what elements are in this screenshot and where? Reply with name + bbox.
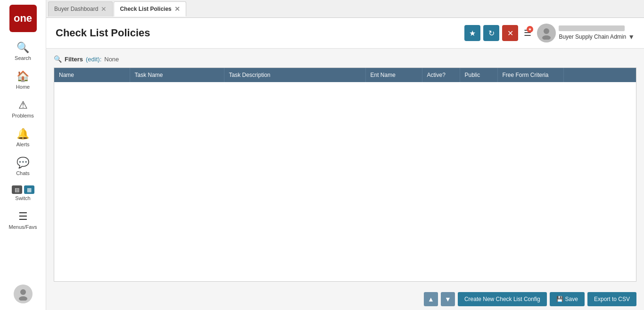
filter-icon: 🔍 [54,55,62,63]
col-public: Public [460,68,497,82]
tab-check-list-policies-label: Check List Policies [120,6,171,12]
sidebar-item-alerts[interactable]: 🔔 Alerts [0,123,46,152]
save-button[interactable]: 💾 Save [550,292,585,306]
app-logo[interactable]: one [9,5,37,32]
user-name-bar [559,25,625,31]
tab-check-list-policies-close[interactable]: ✕ [174,5,180,13]
user-section: Buyer Supply Chain Admin ▼ [537,24,635,42]
filters-row: 🔍 Filters (edit): None [54,55,636,63]
sidebar-item-switch[interactable]: ▤ ▦ Switch [0,181,46,206]
sidebar-item-avatar[interactable] [0,280,46,310]
toolbar-buttons: ★ ↻ ✕ [464,25,518,41]
warning-icon: ⚠ [18,99,28,111]
user-dropdown[interactable]: Buyer Supply Chain Admin ▼ [559,25,635,41]
col-active: Active? [422,68,460,82]
col-task-description: Task Description [224,68,365,82]
home-icon: 🏠 [17,70,29,83]
notification-badge: ★ [527,26,533,33]
sidebar-label-menusfavs: Menus/Favs [9,224,37,230]
tab-buyer-dashboard[interactable]: Buyer Dashboard ✕ [48,1,113,17]
table-header-row: Name Task Name Task Description Ent Name… [54,68,636,82]
col-task-name: Task Name [130,68,224,82]
tabs-bar: Buyer Dashboard ✕ Check List Policies ✕ [46,0,644,18]
col-free-form-criteria: Free Form Criteria [497,68,563,82]
svg-point-3 [542,35,551,40]
sidebar-label-alerts: Alerts [16,142,29,147]
search-icon: 🔍 [17,42,29,54]
menu-button[interactable]: ☰ ★ [524,28,531,38]
sidebar-label-home: Home [16,84,30,90]
create-new-button[interactable]: Create New Check List Config [458,292,547,306]
svg-point-1 [19,296,27,301]
sidebar: one 🔍 Search 🏠 Home ⚠ Problems 🔔 Alerts … [0,0,46,310]
switch-icons: ▤ ▦ [12,185,34,194]
svg-point-2 [544,28,549,34]
sidebar-label-chats: Chats [16,170,30,176]
switch-icon-left: ▤ [12,185,22,194]
user-name: Buyer Supply Chain Admin ▼ [559,33,635,41]
col-ent-name: Ent Name [365,68,422,82]
star-icon: ★ [469,29,476,38]
sidebar-label-search: Search [15,55,31,61]
page-header: Check List Policies ★ ↻ ✕ ☰ ★ [46,18,644,49]
filters-label: Filters [65,56,83,63]
tab-buyer-dashboard-label: Buyer Dashboard [54,6,98,12]
col-actions [563,68,636,82]
tab-buyer-dashboard-close[interactable]: ✕ [101,5,107,13]
move-down-button[interactable]: ▼ [441,292,455,306]
content-area: Check List Policies ★ ↻ ✕ ☰ ★ [46,18,644,310]
export-button[interactable]: Export to CSV [587,292,636,306]
menu-icon: ☰ [18,210,28,223]
close-icon: ✕ [507,29,513,38]
close-button[interactable]: ✕ [502,25,518,41]
sidebar-item-search[interactable]: 🔍 Search [0,37,46,66]
favorite-button[interactable]: ★ [464,25,480,41]
down-arrow-icon: ▼ [445,295,451,303]
filters-edit-link[interactable]: (edit): [86,56,101,63]
dropdown-arrow-icon: ▼ [628,33,635,41]
sidebar-label-problems: Problems [12,113,33,118]
tab-check-list-policies[interactable]: Check List Policies ✕ [114,1,186,17]
move-up-button[interactable]: ▲ [424,292,438,306]
refresh-icon: ↻ [488,29,495,38]
user-avatar [537,24,556,42]
save-icon: 💾 [556,296,563,302]
sidebar-item-home[interactable]: 🏠 Home [0,66,46,94]
sidebar-item-problems[interactable]: ⚠ Problems [0,94,46,123]
filters-value: None [104,56,119,63]
refresh-button[interactable]: ↻ [483,25,499,41]
sidebar-avatar [14,285,33,303]
header-right: ★ ↻ ✕ ☰ ★ [464,24,635,42]
chat-icon: 💬 [17,157,29,169]
sidebar-item-menusfavs[interactable]: ☰ Menus/Favs [0,206,46,235]
check-list-table: Name Task Name Task Description Ent Name… [54,68,636,82]
switch-icon-right: ▦ [24,185,34,194]
sidebar-label-switch: Switch [15,195,30,201]
col-name: Name [54,68,130,82]
bottom-bar: ▲ ▼ Create New Check List Config 💾 Save … [46,288,644,310]
table-header: Name Task Name Task Description Ent Name… [54,68,636,82]
main-area: Buyer Dashboard ✕ Check List Policies ✕ … [46,0,644,310]
sidebar-item-chats[interactable]: 💬 Chats [0,152,46,181]
inner-content: 🔍 Filters (edit): None Name Task Name Ta… [46,49,644,288]
page-title: Check List Policies [56,27,150,39]
up-arrow-icon: ▲ [428,295,434,303]
bell-icon: 🔔 [17,128,29,140]
table-container: Name Task Name Task Description Ent Name… [54,67,636,282]
svg-point-0 [20,289,26,295]
